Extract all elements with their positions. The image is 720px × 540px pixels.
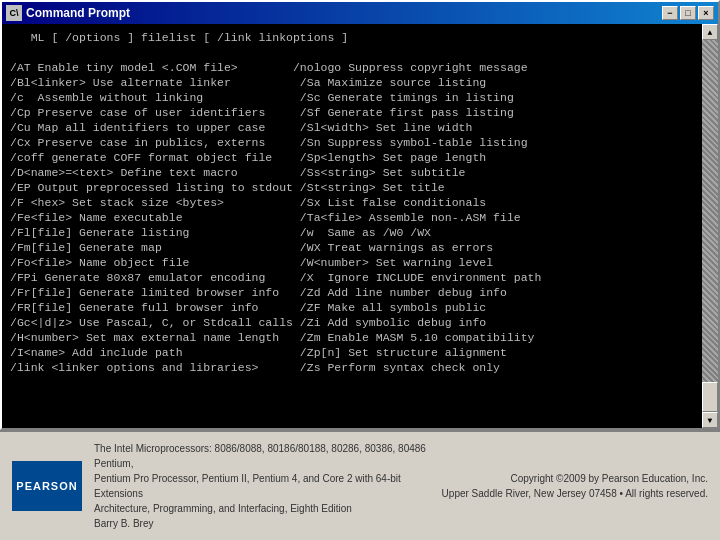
scroll-up-button[interactable]: ▲: [702, 24, 718, 40]
close-button[interactable]: ×: [698, 6, 714, 20]
scroll-down-button[interactable]: ▼: [702, 412, 718, 428]
window-icon: C\: [6, 5, 22, 21]
pearson-logo: PEARSON: [12, 461, 82, 511]
scroll-track[interactable]: [702, 40, 718, 412]
scroll-thumb[interactable]: [702, 382, 718, 412]
title-bar-buttons: − □ ×: [662, 6, 714, 20]
terminal-content: ML [ /options ] filelist [ /link linkopt…: [2, 24, 702, 428]
scrollbar[interactable]: ▲ ▼: [702, 24, 718, 428]
title-bar: C\ Command Prompt − □ ×: [2, 2, 718, 24]
book-info: The Intel Microprocessors: 8086/8088, 80…: [94, 441, 430, 531]
command-prompt-window: C\ Command Prompt − □ × ML [ /options ] …: [0, 0, 720, 430]
footer: PEARSON The Intel Microprocessors: 8086/…: [0, 430, 720, 540]
window-title: Command Prompt: [26, 6, 662, 20]
minimize-button[interactable]: −: [662, 6, 678, 20]
terminal-output: ML [ /options ] filelist [ /link linkopt…: [10, 30, 694, 375]
copyright-info: Copyright ©2009 by Pearson Education, In…: [442, 471, 708, 501]
maximize-button[interactable]: □: [680, 6, 696, 20]
terminal-area: ML [ /options ] filelist [ /link linkopt…: [2, 24, 718, 428]
